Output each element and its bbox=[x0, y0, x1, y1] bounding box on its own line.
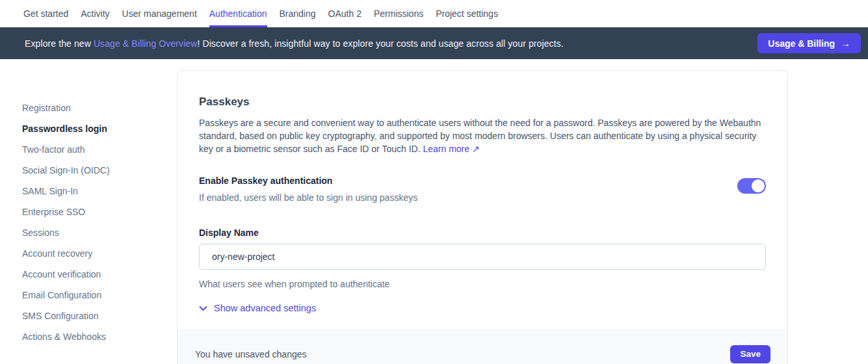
settings-sidebar: Registration Passwordless login Two-fact… bbox=[0, 59, 177, 347]
enable-passkey-label: Enable Passkey authentication bbox=[199, 176, 417, 186]
chevron-down-icon bbox=[199, 306, 207, 311]
passkeys-description: Passkeys are a secure and convenient way… bbox=[199, 116, 766, 155]
display-name-helper: What users see when prompted to authenti… bbox=[199, 279, 766, 289]
unsaved-changes-footer: You have unsaved changes Save bbox=[178, 329, 787, 364]
tab-user-management[interactable]: User management bbox=[122, 0, 197, 27]
enable-passkey-row: Enable Passkey authentication If enabled… bbox=[199, 176, 766, 203]
sidebar-item-sms-configuration[interactable]: SMS Configuration bbox=[22, 306, 177, 326]
arrow-right-icon: → bbox=[841, 38, 850, 49]
tab-project-settings[interactable]: Project settings bbox=[436, 0, 498, 27]
tab-authentication[interactable]: Authentication bbox=[209, 0, 267, 27]
tab-activity[interactable]: Activity bbox=[81, 0, 109, 27]
display-name-label: Display Name bbox=[199, 228, 766, 238]
save-button[interactable]: Save bbox=[730, 345, 770, 363]
tab-branding[interactable]: Branding bbox=[280, 0, 316, 27]
learn-more-link[interactable]: Learn more ↗ bbox=[423, 144, 479, 154]
sidebar-item-enterprise-sso[interactable]: Enterprise SSO bbox=[22, 202, 177, 222]
content-area: Registration Passwordless login Two-fact… bbox=[0, 59, 868, 364]
enable-passkey-description: If enabled, users will be able to sign i… bbox=[199, 192, 417, 203]
sidebar-item-account-recovery[interactable]: Account recovery bbox=[22, 243, 177, 264]
tab-permissions[interactable]: Permissions bbox=[374, 0, 423, 27]
display-name-input[interactable] bbox=[199, 244, 766, 270]
unsaved-changes-status: You have unsaved changes bbox=[195, 349, 307, 359]
show-advanced-settings-label: Show advanced settings bbox=[214, 303, 316, 313]
announcement-banner: Explore the new Usage & Billing Overview… bbox=[0, 27, 868, 59]
toggle-knob bbox=[752, 179, 765, 192]
sidebar-item-passwordless-login[interactable]: Passwordless login bbox=[22, 118, 177, 139]
sidebar-item-sessions[interactable]: Sessions bbox=[22, 222, 177, 243]
tab-get-started[interactable]: Get started bbox=[23, 0, 68, 27]
page-title: Passkeys bbox=[199, 96, 766, 109]
banner-message: Explore the new Usage & Billing Overview… bbox=[25, 38, 757, 49]
sidebar-item-two-factor-auth[interactable]: Two-factor auth bbox=[22, 139, 177, 160]
sidebar-item-saml-sign-in[interactable]: SAML Sign-In bbox=[22, 181, 177, 202]
banner-text-after: ! Discover a fresh, insightful way to ex… bbox=[197, 38, 563, 49]
usage-billing-overview-link[interactable]: Usage & Billing Overview bbox=[94, 38, 198, 49]
show-advanced-settings-link[interactable]: Show advanced settings bbox=[199, 303, 316, 313]
passkeys-settings-card: Passkeys Passkeys are a secure and conve… bbox=[177, 70, 788, 364]
sidebar-item-account-verification[interactable]: Account verification bbox=[22, 264, 177, 285]
external-link-icon: ↗ bbox=[472, 144, 480, 154]
passkey-toggle[interactable] bbox=[737, 178, 766, 194]
banner-text-before: Explore the new bbox=[25, 38, 94, 49]
tab-oauth2[interactable]: OAuth 2 bbox=[328, 0, 362, 27]
top-navigation: Get started Activity User management Aut… bbox=[0, 0, 868, 27]
usage-billing-button[interactable]: Usage & Billing → bbox=[757, 33, 861, 53]
description-text: Passkeys are a secure and convenient way… bbox=[199, 118, 761, 154]
usage-billing-button-label: Usage & Billing bbox=[768, 38, 835, 49]
sidebar-item-social-sign-in[interactable]: Social Sign-In (OIDC) bbox=[22, 160, 177, 181]
sidebar-item-actions-webhooks[interactable]: Actions & Webhooks bbox=[22, 326, 177, 347]
sidebar-item-email-configuration[interactable]: Email Configuration bbox=[22, 285, 177, 306]
sidebar-item-registration[interactable]: Registration bbox=[22, 98, 177, 118]
enable-passkey-texts: Enable Passkey authentication If enabled… bbox=[199, 176, 417, 203]
